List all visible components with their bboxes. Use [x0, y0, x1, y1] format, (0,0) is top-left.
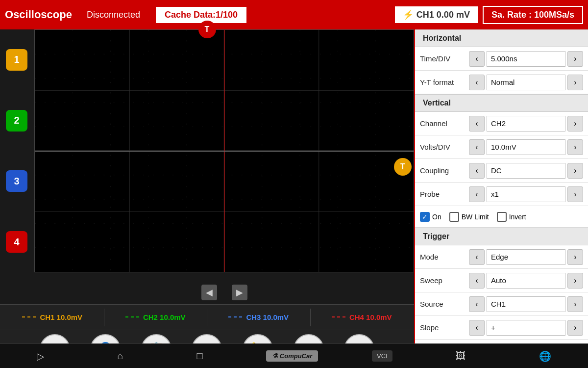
grid-svg — [35, 30, 414, 272]
invert-label: Invert — [509, 213, 526, 221]
mode-control: ‹ Edge › — [469, 249, 583, 265]
volts-div-increase[interactable]: › — [567, 139, 583, 155]
source-label: Source — [420, 300, 469, 308]
time-div-row: Time/DIV ‹ 5.000ns › — [415, 47, 588, 71]
mode-row: Mode ‹ Edge › — [415, 245, 588, 269]
mode-value: Edge — [487, 249, 565, 265]
bw-limit-checkbox-item[interactable]: BW Limit — [449, 212, 489, 222]
time-div-value: 5.000ns — [487, 51, 565, 67]
gallery-button[interactable]: 🖼 — [446, 346, 475, 366]
on-label: On — [432, 213, 441, 221]
on-checkbox-item[interactable]: ✓ On — [420, 212, 441, 222]
channel-labels: 1 2 3 4 — [2, 29, 31, 272]
probe-decrease[interactable]: ‹ — [469, 186, 485, 202]
sweep-decrease[interactable]: ‹ — [469, 273, 485, 289]
channel-label: Channel — [420, 119, 469, 128]
scroll-controls: ◀ ▶ — [201, 285, 247, 300]
ch2-label[interactable]: 2 — [6, 110, 27, 131]
app-title: Oscilloscope — [5, 8, 72, 21]
time-div-control: ‹ 5.000ns › — [469, 51, 583, 67]
right-panel: Horizontal Time/DIV ‹ 5.000ns › Y-T form… — [414, 29, 588, 368]
scroll-left-button[interactable]: ◀ — [201, 285, 217, 300]
yt-format-row: Y-T format ‹ Normal › — [415, 71, 588, 94]
slope-increase[interactable]: › — [567, 320, 583, 336]
trigger-section-header: Trigger — [415, 228, 588, 245]
android-navigation-bar: ▷ ⌂ □ ⚗ CompuCar VCI 🖼 🌐 — [0, 343, 588, 368]
android-back-button[interactable]: ▷ — [27, 346, 54, 366]
probe-row: Probe ‹ x1 › — [415, 183, 588, 206]
bw-limit-checkbox[interactable] — [449, 212, 459, 222]
slope-control: ‹ + › — [469, 320, 583, 336]
ch4-label[interactable]: 4 — [6, 231, 27, 253]
mode-decrease[interactable]: ‹ — [469, 249, 485, 265]
volts-div-value: 10.0mV — [487, 139, 565, 155]
ch1-info[interactable]: CH1 10.0mV — [5, 313, 100, 321]
ch1-label-text: CH1 10.0mV — [40, 313, 82, 321]
on-checkbox[interactable]: ✓ — [420, 212, 430, 222]
android-home-button[interactable]: ⌂ — [108, 346, 133, 366]
ch2-info[interactable]: CH2 10.0mV — [108, 313, 203, 321]
yt-format-increase[interactable]: › — [567, 75, 583, 90]
slope-row: Slope ‹ + › — [415, 316, 588, 340]
probe-control: ‹ x1 › — [469, 186, 583, 202]
android-recents-button[interactable]: □ — [187, 346, 212, 366]
slope-decrease[interactable]: ‹ — [469, 320, 485, 336]
ch3-label-text: CH3 10.0mV — [246, 313, 289, 321]
source-row: Source ‹ CH1 › — [415, 292, 588, 316]
browser-button[interactable]: 🌐 — [529, 346, 561, 366]
probe-value: x1 — [487, 186, 565, 202]
coupling-row: Coupling ‹ DC › — [415, 159, 588, 183]
yt-format-decrease[interactable]: ‹ — [469, 75, 485, 90]
ch4-info[interactable]: CH4 10.0mV — [315, 313, 410, 321]
volts-div-label: Volts/DIV — [420, 143, 469, 151]
coupling-increase[interactable]: › — [567, 163, 583, 179]
yt-format-value: Normal — [487, 75, 565, 90]
sweep-increase[interactable]: › — [567, 273, 583, 289]
time-div-label: Time/DIV — [420, 54, 469, 63]
ch2-dash — [125, 316, 139, 318]
ch4-dash — [332, 316, 345, 318]
scope-canvas[interactable] — [34, 29, 414, 272]
mode-increase[interactable]: › — [567, 249, 583, 265]
ch1-label[interactable]: 1 — [6, 49, 27, 71]
channel-increase[interactable]: › — [567, 116, 583, 131]
coupling-decrease[interactable]: ‹ — [469, 163, 485, 179]
slope-label: Slope — [420, 323, 469, 332]
vci-button[interactable]: VCI — [372, 350, 392, 362]
volts-div-row: Volts/DIV ‹ 10.0mV › — [415, 135, 588, 159]
vertical-section-header: Vertical — [415, 94, 588, 112]
probe-increase[interactable]: › — [567, 186, 583, 202]
source-increase[interactable]: › — [567, 296, 583, 312]
invert-checkbox[interactable] — [497, 212, 507, 222]
ch3-info[interactable]: CH3 10.0mV — [211, 313, 306, 321]
channel-options-row: ✓ On BW Limit Invert — [415, 206, 588, 228]
scroll-right-button[interactable]: ▶ — [232, 285, 247, 300]
channel-info-row: CH1 10.0mV CH2 10.0mV CH3 10.0mV CH4 10.… — [0, 304, 414, 330]
time-div-increase[interactable]: › — [567, 51, 583, 67]
channel-row: Channel ‹ CH2 › — [415, 112, 588, 135]
coupling-label: Coupling — [420, 166, 469, 175]
compucar-logo: ⚗ CompuCar — [266, 350, 318, 362]
sweep-label: Sweep — [420, 276, 469, 285]
coupling-control: ‹ DC › — [469, 163, 583, 179]
volts-div-decrease[interactable]: ‹ — [469, 139, 485, 155]
sweep-control: ‹ Auto › — [469, 273, 583, 289]
bw-limit-label: BW Limit — [462, 213, 489, 221]
sweep-value: Auto — [487, 273, 565, 289]
ch3-label[interactable]: 3 — [6, 170, 27, 192]
coupling-value: DC — [487, 163, 565, 179]
time-div-decrease[interactable]: ‹ — [469, 51, 485, 67]
trigger-handle-right[interactable]: T — [394, 158, 412, 176]
ch4-label-text: CH4 10.0mV — [349, 313, 392, 321]
sample-rate: Sa. Rate : 100MSa/s — [483, 6, 583, 24]
trigger-marker-top[interactable]: T — [198, 21, 216, 38]
cache-data-indicator: Cache Data:1/100 — [155, 6, 247, 24]
horizontal-section-header: Horizontal — [415, 29, 588, 47]
channel-decrease[interactable]: ‹ — [469, 116, 485, 131]
invert-checkbox-item[interactable]: Invert — [497, 212, 526, 222]
scope-display[interactable]: T 1 2 3 4 — [0, 29, 414, 304]
ch2-label-text: CH2 10.0mV — [143, 313, 186, 321]
yt-format-control: ‹ Normal › — [469, 75, 583, 90]
source-decrease[interactable]: ‹ — [469, 296, 485, 312]
oscilloscope-area: T 1 2 3 4 — [0, 29, 414, 368]
